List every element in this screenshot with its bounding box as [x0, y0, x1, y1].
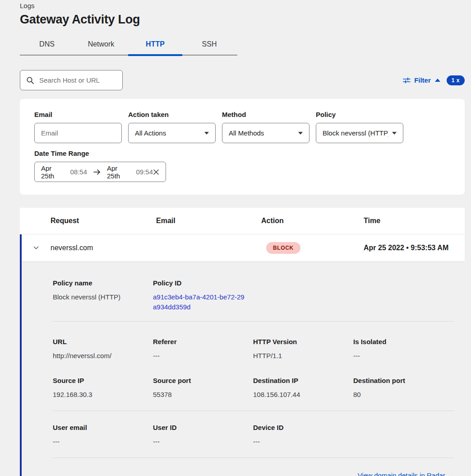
detail-value: 108.156.107.44 — [253, 390, 353, 400]
detail-value: http://neverssl.com/ — [53, 351, 153, 361]
column-header-request: Request — [51, 217, 156, 225]
time-cell: Apr 25 2022 • 9:53:53 AM — [364, 244, 465, 252]
divider — [53, 411, 454, 411]
filter-panel: Email Action taken All Actions Method Al… — [20, 99, 465, 195]
view-domain-in-radar-link[interactable]: View domain details in Radar → — [358, 471, 454, 476]
detail-field: Destination IP 108.156.107.44 — [253, 377, 353, 400]
detail-value: --- — [153, 437, 253, 447]
detail-label: Source IP — [53, 377, 153, 384]
search-input[interactable] — [39, 76, 116, 84]
detail-field: URL http://neverssl.com/ — [53, 338, 153, 361]
detail-section-network: Source IP 192.168.30.3 Source port 55378… — [53, 377, 454, 400]
field-label: Action taken — [128, 111, 216, 118]
detail-label: User ID — [153, 424, 253, 431]
field-label: Policy — [316, 111, 403, 118]
email-field[interactable] — [41, 129, 115, 137]
detail-value: 55378 — [153, 390, 253, 400]
detail-label: Policy name — [53, 279, 153, 287]
detail-section-request: URL http://neverssl.com/ Referer --- HTT… — [53, 338, 454, 361]
table-row[interactable]: neverssl.com BLOCK Apr 25 2022 • 9:53:53… — [22, 234, 465, 261]
detail-label: HTTP Version — [253, 338, 353, 345]
detail-label: Is Isolated — [353, 338, 454, 345]
method-select[interactable]: All Methods — [222, 123, 309, 143]
policy-id-link[interactable]: a91c3eb4-ba7a-4201-be72-29a934dd359d — [153, 292, 245, 312]
detail-label: URL — [53, 338, 153, 345]
detail-value: --- — [353, 351, 454, 361]
chevron-down-icon — [204, 132, 209, 135]
selected-value: Block neverssl (HTTP) — [323, 129, 388, 137]
detail-value: --- — [253, 437, 353, 447]
detail-value: --- — [153, 351, 253, 361]
close-icon[interactable] — [153, 169, 159, 175]
filter-field-email: Email — [34, 111, 122, 143]
detail-label: Device ID — [253, 424, 353, 431]
end-date: Apr 25th — [107, 164, 132, 180]
search-icon — [26, 76, 34, 84]
detail-field: Policy name Block neverssl (HTTP) — [53, 279, 153, 312]
start-date: Apr 25th — [41, 164, 66, 180]
detail-value: 80 — [353, 390, 454, 400]
filter-field-policy: Policy Block neverssl (HTTP) — [316, 111, 403, 143]
page: Logs Gateway Activity Log DNS Network HT… — [0, 0, 471, 476]
column-header-email: Email — [156, 217, 261, 225]
tab-bar: DNS Network HTTP SSH — [20, 34, 237, 56]
filter-field-date-range: Date Time Range Apr 25th 08:54 Apr 25th … — [34, 149, 450, 182]
filter-toggle-button[interactable]: Filter 1 x — [403, 75, 465, 85]
toolbar: Filter 1 x — [20, 70, 465, 90]
expanded-row-container: neverssl.com BLOCK Apr 25 2022 • 9:53:53… — [20, 234, 465, 476]
start-time: 08:54 — [70, 168, 87, 176]
detail-value: HTTP/1.1 — [253, 351, 353, 361]
divider — [53, 321, 454, 322]
page-title: Gateway Activity Log — [20, 13, 465, 27]
detail-label: Policy ID — [153, 279, 253, 287]
field-label: Method — [222, 111, 309, 118]
tab-dns[interactable]: DNS — [20, 34, 74, 55]
field-label: Email — [34, 111, 122, 118]
detail-field: User email --- — [53, 424, 153, 447]
detail-value: --- — [53, 437, 153, 447]
action-cell: BLOCK — [261, 242, 364, 254]
chevron-down-icon — [392, 132, 397, 135]
row-details-panel: Policy name Block neverssl (HTTP) Policy… — [22, 261, 465, 476]
selected-value: All Methods — [229, 129, 264, 137]
row-expander[interactable] — [22, 244, 51, 252]
search-box[interactable] — [20, 70, 123, 90]
detail-label: Destination IP — [253, 377, 353, 384]
policy-select[interactable]: Block neverssl (HTTP) — [316, 123, 403, 143]
detail-field: Policy ID a91c3eb4-ba7a-4201-be72-29a934… — [153, 279, 253, 312]
chevron-down-icon — [298, 132, 303, 135]
detail-label: Referer — [153, 338, 253, 345]
table-header: Request Email Action Time — [20, 208, 465, 234]
end-time: 09:54 — [136, 168, 153, 176]
detail-value: 192.168.30.3 — [53, 390, 153, 400]
radar-link-row: View domain details in Radar → — [53, 458, 454, 476]
arrow-right-icon — [93, 169, 101, 175]
column-header-action: Action — [261, 217, 364, 225]
filter-count-badge[interactable]: 1 x — [447, 75, 465, 85]
detail-label: User email — [53, 424, 153, 431]
detail-field: Device ID --- — [253, 424, 353, 447]
status-badge: BLOCK — [266, 242, 300, 254]
tab-network[interactable]: Network — [74, 34, 128, 55]
tab-ssh[interactable]: SSH — [182, 34, 236, 55]
detail-field: Referer --- — [153, 338, 253, 361]
field-label: Date Time Range — [34, 149, 450, 157]
action-taken-select[interactable]: All Actions — [128, 123, 216, 143]
detail-field: Destination port 80 — [353, 377, 454, 400]
date-range-picker[interactable]: Apr 25th 08:54 Apr 25th 09:54 — [34, 162, 166, 182]
detail-field: Source IP 192.168.30.3 — [53, 377, 153, 400]
filter-label: Filter — [414, 76, 431, 84]
detail-label: Source port — [153, 377, 253, 384]
detail-field: HTTP Version HTTP/1.1 — [253, 338, 353, 361]
detail-field: Is Isolated --- — [353, 338, 454, 361]
breadcrumb[interactable]: Logs — [20, 0, 465, 9]
detail-value: Block neverssl (HTTP) — [53, 292, 153, 302]
tab-http[interactable]: HTTP — [128, 34, 182, 55]
detail-field: Source port 55378 — [153, 377, 253, 400]
chevron-down-icon — [32, 244, 40, 252]
detail-field: User ID --- — [153, 424, 253, 447]
detail-section-user: User email --- User ID --- Device ID --- — [53, 424, 454, 447]
request-cell: neverssl.com — [51, 244, 156, 252]
detail-label: Destination port — [353, 377, 454, 384]
activity-table: Request Email Action Time neverssl.com B… — [20, 208, 465, 476]
